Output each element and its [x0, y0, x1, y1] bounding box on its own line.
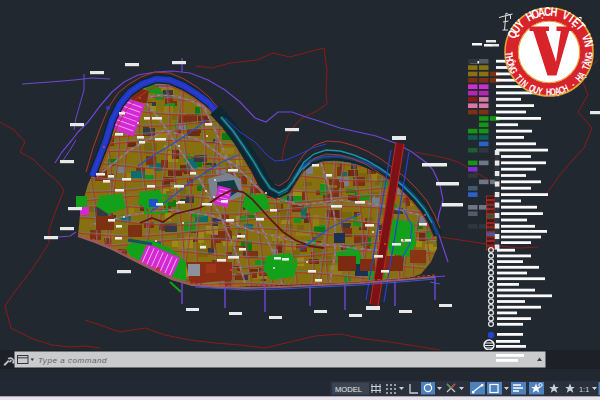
svg-text:G: G [583, 51, 595, 57]
svg-text:1:1: 1:1 [579, 385, 589, 394]
svg-text:MODEL: MODEL [335, 385, 362, 394]
svg-text:Type a command: Type a command [38, 356, 107, 365]
